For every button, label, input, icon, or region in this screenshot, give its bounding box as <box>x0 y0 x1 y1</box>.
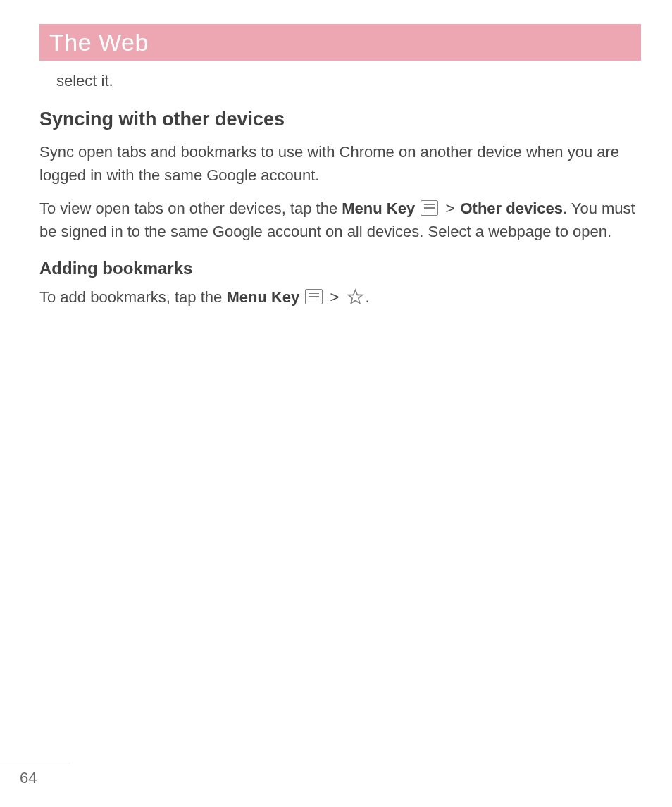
section-title-bar: The Web <box>39 24 641 61</box>
heading-syncing: Syncing with other devices <box>39 109 640 130</box>
paragraph-sync-intro: Sync open tabs and bookmarks to use with… <box>39 140 640 187</box>
continued-fragment: select it. <box>56 72 640 90</box>
section-title: The Web <box>49 29 149 56</box>
menu-key-label: Menu Key <box>226 288 299 306</box>
page-content: select it. Syncing with other devices Sy… <box>39 61 640 309</box>
svg-marker-0 <box>348 290 362 303</box>
hamburger-icon <box>305 289 323 304</box>
breadcrumb-separator: > <box>330 288 340 306</box>
page-number: 64 <box>20 769 672 787</box>
paragraph-sync-steps: To view open tabs on other devices, tap … <box>39 197 640 243</box>
text-fragment: . <box>366 288 370 306</box>
page-footer: 64 <box>0 763 672 787</box>
other-devices-label: Other devices <box>460 199 563 217</box>
menu-key-icon <box>305 289 323 304</box>
star-icon <box>347 288 364 306</box>
breadcrumb-separator: > <box>445 199 454 217</box>
menu-key-label: Menu Key <box>342 199 415 217</box>
text-fragment: To view open tabs on other devices, tap … <box>39 199 342 217</box>
menu-key-icon <box>421 200 438 216</box>
footer-rule <box>0 763 70 763</box>
paragraph-bookmarks: To add bookmarks, tap the Menu Key > . <box>39 285 640 309</box>
text-fragment: To add bookmarks, tap the <box>39 288 226 306</box>
hamburger-icon <box>421 200 438 216</box>
page-container: The Web select it. Syncing with other de… <box>0 0 672 807</box>
heading-bookmarks: Adding bookmarks <box>39 259 640 278</box>
